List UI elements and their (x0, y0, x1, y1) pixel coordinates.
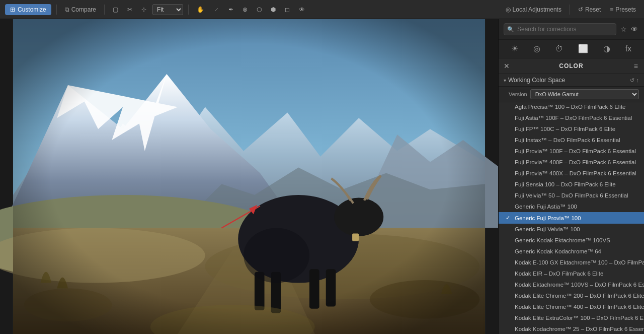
list-item[interactable]: Fuji FP™ 100C – DxO FilmPack 6 Elite (499, 123, 644, 135)
list-item[interactable]: Generic Fuji Astia™ 100 (499, 201, 644, 212)
expand-section-button[interactable]: ↑ (636, 77, 639, 84)
picker-button[interactable]: ✒ (225, 5, 236, 15)
list-item[interactable]: Kodak EIR – DxO FilmPack 6 Elite (499, 268, 644, 279)
crop-icon: ✂ (127, 6, 132, 13)
list-item[interactable]: Fuji Provia™ 400X – DxO FilmPack 6 Essen… (499, 168, 644, 179)
tool-icons-row: ☀ ◎ ⏱ ⬜ ◑ fx (499, 40, 644, 58)
list-item[interactable]: Generic Kodak Kodachrome™ 64 (499, 246, 644, 257)
straighten-button[interactable]: ⟋ (210, 5, 222, 15)
reset-section-button[interactable]: ↺ (630, 77, 634, 84)
eye-toggle-button[interactable]: 👁 (630, 25, 639, 34)
search-icon: 🔍 (507, 26, 514, 33)
straighten-icon: ⟋ (213, 6, 219, 13)
local-adjustments-button[interactable]: ◎ Local Adjustments (503, 5, 565, 15)
working-color-space-header[interactable]: ▾ Working Color Space ↺ ↑ (499, 74, 644, 87)
film-simulation-label: Kodak E-100 GX Ektachrome™ 100 – DxO Fil… (515, 259, 644, 265)
tone-tool-button[interactable]: ◑ (601, 43, 612, 55)
lasso-button[interactable]: ⬢ (268, 5, 279, 15)
selection-button[interactable]: ⬡ (254, 5, 265, 15)
move-button[interactable]: ⊹ (138, 5, 149, 15)
top-toolbar: ⊞ Customize ⧉ Compare ▢ ✂ ⊹ FitFill1:125… (0, 0, 644, 19)
film-simulation-label: Generic Fuji Provia™ 100 (515, 215, 581, 221)
geometry-tool-button[interactable]: ⬜ (576, 43, 590, 55)
list-item[interactable]: Fuji Astia™ 100F – DxO FilmPack 6 Essent… (499, 112, 644, 123)
toolbar-left: ⊞ Customize ⧉ Compare ▢ ✂ ⊹ FitFill1:125… (5, 4, 308, 15)
detail-tool-button[interactable]: ⏱ (553, 43, 565, 55)
clone-button[interactable]: ⊗ (239, 5, 251, 15)
panel-list-button[interactable]: ≡ (633, 61, 639, 71)
list-item[interactable]: ✓Generic Fuji Provia™ 100 (499, 212, 644, 224)
list-item[interactable]: Kodak Kodachrome™ 25 – DxO FilmPack 6 Es… (499, 323, 644, 334)
film-simulation-label: Fuji Instax™ – DxO FilmPack 6 Essential (515, 137, 620, 143)
list-item[interactable]: Fuji Sensia 100 – DxO FilmPack 6 Elite (499, 179, 644, 190)
crop-button[interactable]: ✂ (124, 5, 135, 15)
color-tool-button[interactable]: ◎ (531, 43, 542, 55)
compare-label: Compare (71, 6, 96, 13)
presets-label: Presets (615, 6, 636, 13)
film-simulation-label: Generic Fuji Velvia™ 100 (515, 226, 580, 232)
list-item[interactable]: Generic Fuji Velvia™ 100 (499, 224, 644, 235)
frame-icon: ▢ (113, 6, 118, 13)
light-tool-button[interactable]: ☀ (509, 43, 520, 55)
list-item[interactable]: Kodak Elite Chrome™ 200 – DxO FilmPack 6… (499, 290, 644, 301)
clone-icon: ⊗ (243, 6, 248, 13)
section-actions: ↺ ↑ (630, 77, 639, 84)
panel-actions: ≡ (633, 61, 639, 71)
star-button[interactable]: ☆ (619, 25, 628, 34)
frame-button[interactable]: ▢ (110, 5, 121, 15)
fx-tool-button[interactable]: fx (623, 43, 633, 55)
photo-scene (0, 19, 498, 334)
customize-icon: ⊞ (10, 6, 15, 13)
film-simulation-label: Kodak EIR – DxO FilmPack 6 Elite (515, 271, 603, 277)
color-panel-header: ✕ COLOR ≡ (499, 58, 644, 74)
customize-label: Customize (18, 6, 46, 13)
list-item[interactable]: Fuji Provia™ 100F – DxO FilmPack 6 Essen… (499, 146, 644, 157)
film-simulation-label: Kodak Kodachrome™ 25 – DxO FilmPack 6 Es… (515, 326, 644, 332)
reset-button[interactable]: ↺ Reset (575, 5, 604, 15)
hand-icon: ✋ (197, 6, 204, 13)
film-simulation-label: Fuji Sensia 100 – DxO FilmPack 6 Elite (515, 181, 616, 187)
version-row: Version DxO Wide Gamut (499, 87, 644, 102)
list-item[interactable]: Kodak Elite ExtraColor™ 100 – DxO FilmPa… (499, 312, 644, 323)
film-simulation-label: Fuji Provia™ 400X – DxO FilmPack 6 Essen… (515, 170, 636, 176)
version-select[interactable]: DxO Wide Gamut (530, 89, 639, 99)
film-simulation-label: Kodak Elite Chrome™ 200 – DxO FilmPack 6… (515, 293, 644, 299)
customize-button[interactable]: ⊞ Customize (5, 4, 51, 15)
list-item[interactable]: Kodak E-100 GX Ektachrome™ 100 – DxO Fil… (499, 257, 644, 268)
search-area: 🔍 ☆ 👁 (499, 19, 644, 40)
list-item[interactable]: Fuji Provia™ 400F – DxO FilmPack 6 Essen… (499, 157, 644, 168)
list-item[interactable]: Kodak Ektachrome™ 100VS – DxO FilmPack 6… (499, 279, 644, 290)
film-simulation-label: Kodak Elite ExtraColor™ 100 – DxO FilmPa… (515, 315, 644, 321)
color-panel-close-button[interactable]: ✕ (504, 62, 510, 70)
local-adjustments-label: Local Adjustments (513, 6, 561, 13)
eye-button[interactable]: 👁 (296, 5, 308, 15)
zoom-select[interactable]: FitFill1:125%31%50%75%100% (152, 4, 183, 15)
toolbar-separator (56, 5, 57, 15)
film-simulation-label: Fuji Astia™ 100F – DxO FilmPack 6 Essent… (515, 115, 632, 121)
right-panel: 🔍 ☆ 👁 ☀ ◎ ⏱ ⬜ ◑ fx ✕ COLOR ≡ (498, 19, 644, 334)
film-simulation-label: Fuji Provia™ 100F – DxO FilmPack 6 Essen… (515, 148, 636, 154)
list-item[interactable]: Agfa Precisa™ 100 – DxO FilmPack 6 Elite (499, 102, 644, 112)
presets-icon: ≡ (610, 6, 613, 13)
film-simulation-list: Agfa Precisa™ 100 – DxO FilmPack 6 Elite… (499, 102, 644, 334)
film-simulation-label: Agfa Precisa™ 100 – DxO FilmPack 6 Elite (515, 104, 626, 110)
search-actions: ☆ 👁 (619, 25, 639, 34)
toolbar-separator-4 (570, 5, 570, 15)
list-item[interactable]: Fuji Instax™ – DxO FilmPack 6 Essential (499, 135, 644, 146)
film-simulation-label: Fuji Provia™ 400F – DxO FilmPack 6 Essen… (515, 159, 636, 165)
chevron-down-icon: ▾ (504, 78, 506, 83)
eraser-icon: ◻ (285, 6, 290, 13)
list-item[interactable]: Fuji Velvia™ 50 – DxO FilmPack 6 Essenti… (499, 190, 644, 201)
fx-label: fx (625, 44, 631, 53)
film-simulation-label: Generic Kodak Kodachrome™ 64 (515, 248, 601, 254)
search-input-wrap: 🔍 (504, 23, 616, 35)
list-item[interactable]: Generic Kodak Ektachrome™ 100VS (499, 235, 644, 246)
presets-button[interactable]: ≡ Presets (607, 5, 639, 15)
list-item[interactable]: Kodak Elite Chrome™ 400 – DxO FilmPack 6… (499, 301, 644, 312)
hand-tool-button[interactable]: ✋ (194, 5, 207, 15)
checkmark-icon: ✓ (506, 215, 512, 221)
search-input[interactable] (504, 23, 616, 35)
eraser-button[interactable]: ◻ (282, 5, 293, 15)
film-simulation-label: Kodak Elite Chrome™ 400 – DxO FilmPack 6… (515, 304, 644, 310)
compare-button[interactable]: ⧉ Compare (62, 5, 99, 15)
